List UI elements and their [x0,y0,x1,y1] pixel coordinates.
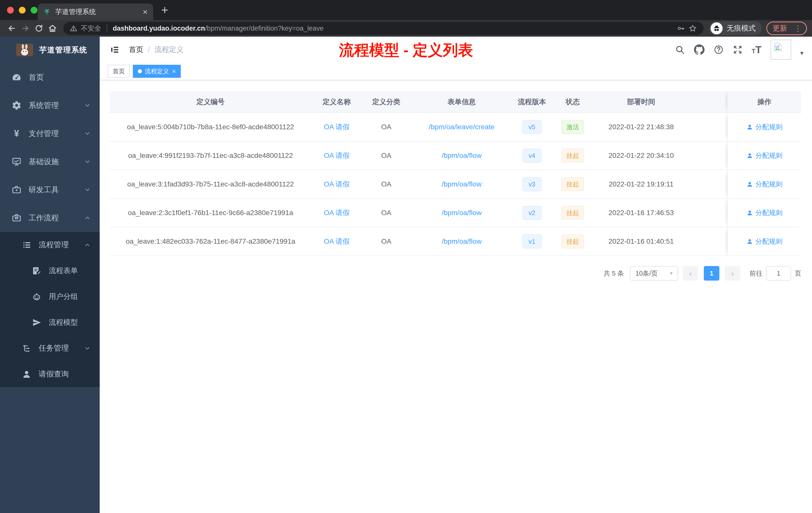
definition-name-link[interactable]: OA 请假 [324,122,350,132]
form-link[interactable]: /bpm/oa/leave/create [429,123,495,131]
sidebar-item-process-management[interactable]: 流程管理 [0,232,100,258]
zoom-window-button[interactable] [31,7,37,13]
prev-page-button[interactable]: ‹ [683,266,698,280]
sidebar-logo[interactable]: 芋道管理系统 [0,37,100,63]
version-badge: v2 [522,206,542,220]
page-size-select[interactable]: 10条/页 ▾ [630,266,678,280]
col-definition-category: 定义分类 [362,91,411,113]
pagination-total: 共 5 条 [604,269,624,278]
toolbox-icon [11,185,22,195]
page-1-button[interactable]: 1 [704,266,719,280]
search-icon[interactable] [675,45,685,55]
font-size-icon[interactable]: TT [752,44,761,56]
not-secure-icon [70,25,77,32]
tag-close-icon[interactable]: × [172,67,176,75]
col-definition-name: 定义名称 [312,91,362,113]
reload-icon[interactable] [32,22,46,35]
select-caret-icon: ▾ [670,270,673,277]
sidebar-item-leave-query[interactable]: 请假查询 [0,361,100,387]
breadcrumb-home[interactable]: 首页 [129,45,143,55]
close-window-button[interactable] [7,7,14,13]
assign-rule-button[interactable]: 分配规则 [747,180,783,189]
sidebar-item-payment[interactable]: ¥ 支付管理 [0,119,100,148]
incognito-icon [710,22,723,34]
col-process-version: 流程版本 [513,91,551,113]
tab-title: 芋道管理系统 [55,7,138,16]
col-actions: 操作 [727,91,801,113]
new-tab-button[interactable]: + [161,4,168,16]
sidebar-item-label: 首页 [29,72,91,83]
help-icon[interactable] [714,45,724,55]
home-icon[interactable] [46,22,59,35]
goto-page-input[interactable] [766,266,791,280]
tag-process-definition[interactable]: 流程定义 × [133,65,181,78]
status-badge: 挂起 [561,206,584,220]
definition-name-link[interactable]: OA 请假 [324,151,350,160]
forward-icon[interactable] [19,22,32,35]
person-icon [747,124,753,130]
person-icon [747,210,753,216]
sidebar-item-devtools[interactable]: 研发工具 [0,176,100,204]
next-page-button[interactable]: › [725,266,741,280]
sidebar-item-infrastructure[interactable]: 基础设施 [0,148,100,176]
security-label[interactable]: 不安全 [81,24,101,33]
pagination: 共 5 条 10条/页 ▾ ‹ 1 › 前往 页 [110,266,801,280]
avatar-caret-icon[interactable]: ▾ [800,49,804,57]
sidebar-item-user-group[interactable]: 用户分组 [0,283,100,309]
cell-category: OA [362,228,411,255]
chevron-down-icon [84,186,91,193]
assign-rule-button[interactable]: 分配规则 [747,151,783,160]
sidebar-item-label: 用户分组 [49,292,91,302]
definition-table: 定义编号 定义名称 定义分类 表单信息 流程版本 状态 部署时间 操作 oa_l… [110,91,801,256]
cell-category: OA [362,113,411,141]
gear-icon [11,100,22,111]
minimize-window-button[interactable] [19,7,26,13]
sidebar-item-label: 请假查询 [39,369,91,379]
sidebar-item-home[interactable]: 首页 [0,63,100,91]
browser-tab[interactable]: 芋道管理系统 × [38,3,153,20]
form-link[interactable]: /bpm/oa/flow [442,209,482,217]
page-annotation: 流程模型 - 定义列表 [339,40,473,60]
back-icon[interactable] [5,22,19,35]
url-text[interactable]: dashboard.yudao.iocoder.cn/bpm/manager/d… [113,25,324,32]
cell-definition-id: oa_leave:2:3c1f0ef1-76b1-11ec-9c66-a2380… [110,199,312,227]
browser-menu-icon[interactable]: ⋮ [792,24,804,33]
url-host: dashboard.yudao.iocoder.cn [113,25,205,32]
col-filler [688,91,727,113]
assign-rule-button[interactable]: 分配规则 [747,208,783,217]
form-link[interactable]: /bpm/oa/flow [442,180,482,188]
assign-rule-button[interactable]: 分配规则 [747,122,783,131]
bookmark-star-icon[interactable] [689,24,697,33]
cell-deploy-time: 2022-01-22 19:19:11 [594,170,688,198]
definition-name-link[interactable]: OA 请假 [324,179,350,189]
definition-name-link[interactable]: OA 请假 [324,237,350,246]
browser-tabstrip: 芋道管理系统 × + [0,0,812,20]
avatar[interactable] [771,40,791,60]
tab-close-icon[interactable]: × [143,7,148,16]
sidebar-menu: 首页 系统管理 ¥ 支付管理 [0,63,100,387]
cell-definition-id: oa_leave:5:004b710b-7b8a-11ec-8ef0-acde4… [110,113,312,141]
assign-rule-button[interactable]: 分配规则 [747,237,783,246]
sidebar-item-system[interactable]: 系统管理 [0,91,100,119]
browser-toolbar: 不安全 dashboard.yudao.iocoder.cn/bpm/manag… [0,20,812,37]
table-row: oa_leave:1:482ec033-762a-11ec-8477-a2380… [110,228,801,256]
github-icon[interactable] [694,44,704,55]
fullscreen-icon[interactable] [733,45,743,55]
definition-name-link[interactable]: OA 请假 [324,208,350,218]
breadcrumb-current: 流程定义 [154,45,183,55]
form-link[interactable]: /bpm/oa/flow [442,237,482,245]
sidebar-item-task-management[interactable]: 任务管理 [0,335,100,361]
sidebar-item-process-model[interactable]: 流程模型 [0,309,100,335]
key-icon[interactable] [677,24,685,32]
url-bar[interactable]: 不安全 dashboard.yudao.iocoder.cn/bpm/manag… [63,22,703,35]
cell-category: OA [362,170,411,198]
sidebar-item-workflow[interactable]: 工作流程 [0,204,100,232]
sidebar-item-process-form[interactable]: 流程表单 [0,258,100,283]
list-tree-icon [21,240,32,250]
cell-deploy-time: 2022-01-16 17:46:53 [594,199,688,227]
tag-home[interactable]: 首页 [108,65,130,78]
sidebar-toggle-icon[interactable] [110,45,120,55]
cell-deploy-time: 2022-01-22 21:48:38 [594,113,688,141]
chrome-update-button[interactable]: 更新 ⋮ [766,22,807,35]
form-link[interactable]: /bpm/oa/flow [442,152,482,160]
